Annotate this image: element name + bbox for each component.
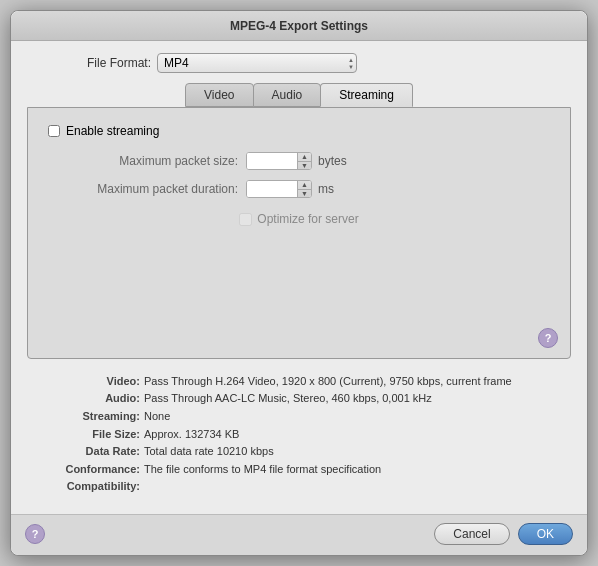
tab-video[interactable]: Video	[185, 83, 253, 107]
info-value-conformance: The file conforms to MP4 file format spe…	[144, 461, 381, 479]
bottom-bar: ? Cancel OK	[11, 514, 587, 555]
streaming-panel: Enable streaming Maximum packet size: 14…	[27, 107, 571, 359]
file-format-row: File Format: MP4 M4V 3GPP 3GPP2	[27, 53, 571, 73]
info-row-streaming: Streaming: None	[35, 408, 563, 426]
bottom-buttons: Cancel OK	[434, 523, 573, 545]
tab-streaming[interactable]: Streaming	[320, 83, 413, 107]
info-label-video: Video:	[35, 373, 140, 391]
file-format-select[interactable]: MP4 M4V 3GPP 3GPP2	[157, 53, 357, 73]
info-label-compatibility: Compatibility:	[35, 478, 140, 496]
info-value-streaming: None	[144, 408, 170, 426]
file-format-select-wrapper: MP4 M4V 3GPP 3GPP2	[157, 53, 357, 73]
max-packet-size-row: Maximum packet size: 1450 ▲ ▼ bytes	[48, 152, 550, 170]
max-packet-size-stepper-up[interactable]: ▲	[298, 152, 311, 162]
max-packet-duration-input-wrap: 100 ▲ ▼	[246, 180, 312, 198]
dialog: MPEG-4 Export Settings File Format: MP4 …	[10, 10, 588, 556]
tab-audio[interactable]: Audio	[253, 83, 322, 107]
info-value-video: Pass Through H.264 Video, 1920 x 800 (Cu…	[144, 373, 512, 391]
max-packet-duration-stepper-up[interactable]: ▲	[298, 180, 311, 190]
panel-help-icon[interactable]: ?	[538, 328, 558, 348]
info-row-compatibility: Compatibility:	[35, 478, 563, 496]
dialog-title: MPEG-4 Export Settings	[230, 19, 368, 33]
content-area: File Format: MP4 M4V 3GPP 3GPP2 Video Au…	[11, 41, 587, 514]
info-row-conformance: Conformance: The file conforms to MP4 fi…	[35, 461, 563, 479]
info-row-video: Video: Pass Through H.264 Video, 1920 x …	[35, 373, 563, 391]
optimize-row: Optimize for server	[48, 212, 550, 226]
max-packet-duration-unit: ms	[318, 182, 334, 196]
optimize-server-label: Optimize for server	[257, 212, 358, 226]
bottom-help-icon[interactable]: ?	[25, 524, 45, 544]
title-bar: MPEG-4 Export Settings	[11, 11, 587, 41]
optimize-server-checkbox[interactable]	[239, 213, 252, 226]
info-label-filesize: File Size:	[35, 426, 140, 444]
ok-button[interactable]: OK	[518, 523, 573, 545]
max-packet-size-unit: bytes	[318, 154, 347, 168]
enable-streaming-label: Enable streaming	[66, 124, 159, 138]
info-value-filesize: Approx. 132734 KB	[144, 426, 239, 444]
max-packet-size-label: Maximum packet size:	[68, 154, 238, 168]
max-packet-size-stepper: ▲ ▼	[297, 152, 311, 170]
info-section: Video: Pass Through H.264 Video, 1920 x …	[27, 369, 571, 504]
cancel-button[interactable]: Cancel	[434, 523, 509, 545]
info-value-datarate: Total data rate 10210 kbps	[144, 443, 274, 461]
file-format-label: File Format:	[87, 56, 151, 70]
max-packet-size-input[interactable]: 1450	[247, 152, 297, 170]
max-packet-duration-row: Maximum packet duration: 100 ▲ ▼ ms	[48, 180, 550, 198]
max-packet-size-input-wrap: 1450 ▲ ▼	[246, 152, 312, 170]
info-row-datarate: Data Rate: Total data rate 10210 kbps	[35, 443, 563, 461]
max-packet-duration-stepper-down[interactable]: ▼	[298, 190, 311, 199]
max-packet-duration-stepper: ▲ ▼	[297, 180, 311, 198]
enable-streaming-row: Enable streaming	[48, 124, 550, 138]
info-label-conformance: Conformance:	[35, 461, 140, 479]
info-row-audio: Audio: Pass Through AAC-LC Music, Stereo…	[35, 390, 563, 408]
max-packet-size-stepper-down[interactable]: ▼	[298, 162, 311, 171]
info-value-audio: Pass Through AAC-LC Music, Stereo, 460 k…	[144, 390, 432, 408]
max-packet-duration-input[interactable]: 100	[247, 180, 297, 198]
enable-streaming-checkbox[interactable]	[48, 125, 60, 137]
max-packet-duration-label: Maximum packet duration:	[68, 182, 238, 196]
info-label-streaming: Streaming:	[35, 408, 140, 426]
info-label-audio: Audio:	[35, 390, 140, 408]
info-label-datarate: Data Rate:	[35, 443, 140, 461]
info-row-filesize: File Size: Approx. 132734 KB	[35, 426, 563, 444]
tabs-row: Video Audio Streaming	[27, 83, 571, 107]
